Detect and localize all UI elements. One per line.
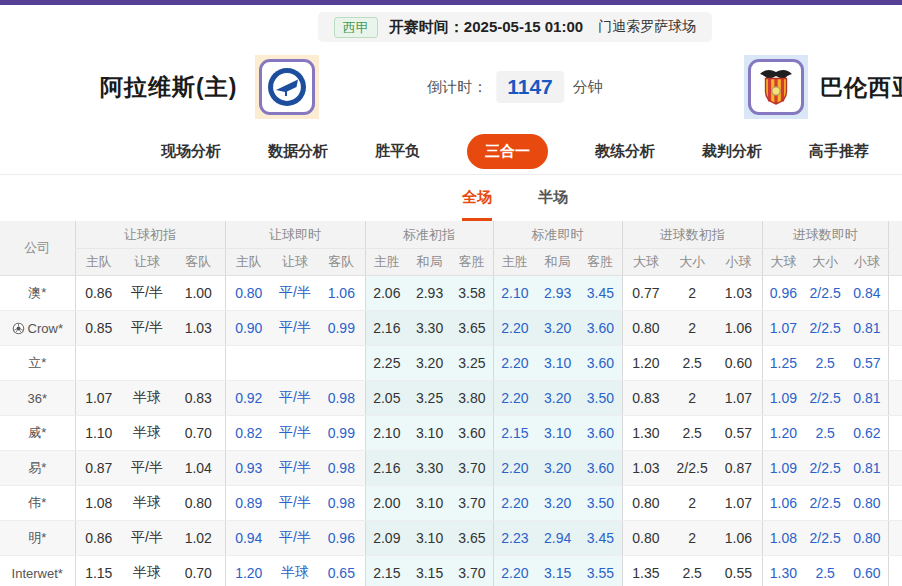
odds-cell-6-4-0: 0.80 xyxy=(622,486,669,521)
odds-cell-4-0-1: 半球 xyxy=(122,416,172,451)
odds-cell-2-4-2: 0.60 xyxy=(715,346,762,381)
odds-cell-4-2-0: 2.10 xyxy=(365,416,408,451)
odds-cell-3-3-0: 2.20 xyxy=(493,381,536,416)
analysis-nav-tabs: 现场分析数据分析胜平负三合一教练分析裁判分析高手推荐 xyxy=(0,128,902,175)
odds-cell-7-2-2: 3.65 xyxy=(451,521,493,556)
odds-cell-2-3-2: 3.60 xyxy=(579,346,622,381)
odds-cell-3-2-1: 3.25 xyxy=(408,381,451,416)
away-team-block: 巴伦西亚 xyxy=(744,55,902,119)
odds-cell-1-3-2: 3.60 xyxy=(579,311,622,346)
odds-cell-0-4-0: 0.77 xyxy=(622,276,669,311)
odds-cell-2-2-2: 3.25 xyxy=(451,346,493,381)
odds-cell-2-5-1: 2.5 xyxy=(804,346,846,381)
company-cell-5[interactable]: 易* xyxy=(0,451,75,486)
odds-cell-4-4-0: 1.30 xyxy=(622,416,669,451)
sub-header-5-0: 大球 xyxy=(762,249,804,276)
company-cell-3[interactable]: 36* xyxy=(0,381,75,416)
odds-cell-3-3-2: 3.50 xyxy=(579,381,622,416)
cutoff-cell-3 xyxy=(888,381,902,416)
away-team-name: 巴伦西亚 xyxy=(820,72,902,103)
odds-cell-3-2-2: 3.80 xyxy=(451,381,493,416)
odds-cell-3-5-0: 1.09 xyxy=(762,381,804,416)
odds-cell-6-5-1: 2/2.5 xyxy=(804,486,846,521)
odds-cell-6-1-1: 平/半 xyxy=(272,486,318,521)
odds-cell-8-3-0: 2.20 xyxy=(493,556,536,586)
match-info-bar: 西甲 开赛时间：2025-05-15 01:00 门迪索罗萨球场 xyxy=(318,12,712,42)
odds-cell-8-5-0: 1.30 xyxy=(762,556,804,586)
subtab-1[interactable]: 半场 xyxy=(538,188,568,221)
odds-cell-5-1-2: 0.98 xyxy=(318,451,365,486)
odds-cell-5-3-0: 2.20 xyxy=(493,451,536,486)
nav-tab-4[interactable]: 教练分析 xyxy=(595,142,655,161)
company-cell-8[interactable]: Interwet* xyxy=(0,556,75,586)
odds-cell-7-4-2: 1.06 xyxy=(715,521,762,556)
odds-row-8: Interwet*1.15半球0.701.20半球0.652.153.153.7… xyxy=(0,556,902,586)
odds-cell-5-5-1: 2/2.5 xyxy=(804,451,846,486)
odds-cell-3-4-1: 2 xyxy=(669,381,715,416)
odds-cell-4-2-1: 3.10 xyxy=(408,416,451,451)
odds-cell-6-4-2: 1.07 xyxy=(715,486,762,521)
odds-cell-0-0-1: 平/半 xyxy=(122,276,172,311)
odds-cell-6-3-2: 3.50 xyxy=(579,486,622,521)
odds-cell-3-5-2: 0.81 xyxy=(846,381,888,416)
odds-cell-1-3-1: 3.20 xyxy=(536,311,579,346)
odds-cell-7-5-1: 2/2.5 xyxy=(804,521,846,556)
top-accent-bar xyxy=(0,0,902,5)
odds-cell-6-3-1: 3.20 xyxy=(536,486,579,521)
kickoff-time: 2025-05-15 01:00 xyxy=(464,18,583,35)
odds-cell-8-5-2: 0.60 xyxy=(846,556,888,586)
nav-tab-0[interactable]: 现场分析 xyxy=(161,142,221,161)
odds-cell-3-4-0: 0.83 xyxy=(622,381,669,416)
soccer-ball-icon xyxy=(12,322,25,335)
odds-cell-7-3-2: 3.45 xyxy=(579,521,622,556)
group-header-4: 进球数初指 xyxy=(622,221,762,249)
company-cell-2[interactable]: 立* xyxy=(0,346,75,381)
odds-cell-6-3-0: 2.20 xyxy=(493,486,536,521)
sub-header-4-2: 小球 xyxy=(715,249,762,276)
nav-tab-6[interactable]: 高手推荐 xyxy=(809,142,869,161)
nav-tab-3[interactable]: 三合一 xyxy=(467,134,548,169)
company-cell-4[interactable]: 威* xyxy=(0,416,75,451)
subtab-0[interactable]: 全场 xyxy=(462,188,492,221)
group-header-cutoff xyxy=(888,221,902,276)
odds-cell-3-3-1: 3.20 xyxy=(536,381,579,416)
odds-cell-6-1-0: 0.89 xyxy=(225,486,272,521)
odds-cell-8-0-2: 0.70 xyxy=(172,556,225,586)
odds-row-7: 明*0.86平/半1.020.94平/半0.962.093.103.652.23… xyxy=(0,521,902,556)
odds-cell-1-0-0: 0.85 xyxy=(75,311,122,346)
odds-row-3: 36*1.07半球0.830.92平/半0.982.053.253.802.20… xyxy=(0,381,902,416)
odds-cell-1-4-1: 2 xyxy=(669,311,715,346)
cutoff-cell-4 xyxy=(888,416,902,451)
company-cell-6[interactable]: 伟* xyxy=(0,486,75,521)
odds-cell-4-1-1: 平/半 xyxy=(272,416,318,451)
odds-cell-6-0-2: 0.80 xyxy=(172,486,225,521)
odds-cell-3-0-0: 1.07 xyxy=(75,381,122,416)
sub-header-2-0: 主胜 xyxy=(365,249,408,276)
odds-cell-8-2-2: 3.70 xyxy=(451,556,493,586)
odds-cell-2-1-1 xyxy=(272,346,318,381)
odds-cell-8-1-0: 1.20 xyxy=(225,556,272,586)
league-badge[interactable]: 西甲 xyxy=(334,17,378,38)
odds-cell-0-0-2: 1.00 xyxy=(172,276,225,311)
home-team-name: 阿拉维斯(主) xyxy=(100,72,237,103)
odds-cell-0-5-2: 0.84 xyxy=(846,276,888,311)
odds-cell-2-4-1: 2.5 xyxy=(669,346,715,381)
odds-cell-6-2-1: 3.10 xyxy=(408,486,451,521)
nav-tab-2[interactable]: 胜平负 xyxy=(375,142,420,161)
odds-cell-8-5-1: 2.5 xyxy=(804,556,846,586)
company-cell-0[interactable]: 澳* xyxy=(0,276,75,311)
teams-row: 阿拉维斯(主) 倒计时： 1147 分钟 xyxy=(0,46,902,128)
company-cell-7[interactable]: 明* xyxy=(0,521,75,556)
odds-cell-0-2-2: 3.58 xyxy=(451,276,493,311)
odds-row-6: 伟*1.08半球0.800.89平/半0.982.003.103.702.203… xyxy=(0,486,902,521)
odds-cell-6-5-0: 1.06 xyxy=(762,486,804,521)
company-cell-1[interactable]: Crow* xyxy=(0,311,75,346)
cutoff-cell-1 xyxy=(888,311,902,346)
nav-tab-1[interactable]: 数据分析 xyxy=(268,142,328,161)
nav-tab-5[interactable]: 裁判分析 xyxy=(702,142,762,161)
odds-cell-5-0-0: 0.87 xyxy=(75,451,122,486)
odds-cell-3-1-0: 0.92 xyxy=(225,381,272,416)
odds-cell-5-4-0: 1.03 xyxy=(622,451,669,486)
odds-cell-1-1-1: 平/半 xyxy=(272,311,318,346)
group-header-2: 标准初指 xyxy=(365,221,493,249)
